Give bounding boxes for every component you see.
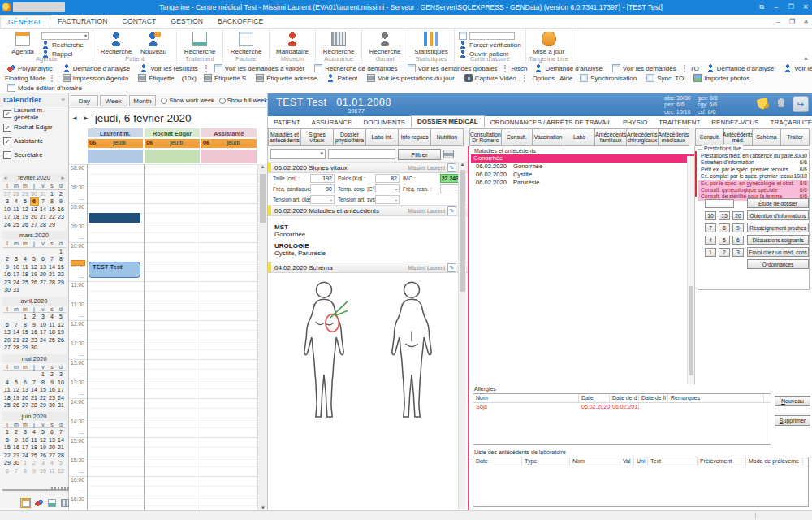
day-cell[interactable]: 21 <box>48 271 57 279</box>
toolbar-label-10x[interactable]: (10x) <box>180 75 198 82</box>
vital-value[interactable]: - <box>310 195 335 204</box>
close-button[interactable]: ✕ <box>799 2 812 13</box>
numpad-7-button[interactable]: 7 <box>705 223 716 232</box>
day-cell[interactable]: 29 <box>39 401 48 410</box>
day-cell[interactable]: 2 <box>12 428 21 436</box>
prev-month-icon[interactable]: ◄ <box>2 176 9 180</box>
delete-allergy-button[interactable]: Supprimer <box>775 415 810 426</box>
day-cell[interactable]: 28 <box>48 279 57 287</box>
numpad-1-button[interactable]: 1 <box>705 248 716 257</box>
day-cell[interactable]: 26 <box>30 279 39 287</box>
day-cell[interactable]: 12 <box>12 386 21 394</box>
calendar-edit-icon[interactable] <box>33 498 44 508</box>
day-cell[interactable]: 3 <box>12 255 21 263</box>
tab-physio[interactable]: PHYSIO <box>617 117 653 128</box>
filter-dropdown[interactable] <box>270 149 326 159</box>
day-cell[interactable]: 14 <box>39 206 48 214</box>
checkbox[interactable] <box>3 151 11 159</box>
day-cell[interactable]: 11 <box>12 206 21 214</box>
lab-col-7[interactable]: Mode de prélèveme <box>746 457 803 466</box>
day-cell[interactable]: 25 <box>21 279 30 287</box>
checkbox[interactable]: ✓ <box>3 137 11 145</box>
menu-item-facturation[interactable]: FACTURATION <box>50 15 115 28</box>
day-cell[interactable]: 2 <box>48 370 57 379</box>
subtab-consultation-dr-romero[interactable]: Consultation Dr Romero <box>469 128 502 146</box>
day-cell[interactable]: 29 <box>21 190 30 198</box>
day-cell[interactable]: 10 <box>21 436 30 444</box>
day-cell[interactable]: 26 <box>57 336 66 344</box>
lab-col-2[interactable]: Nom <box>570 457 620 466</box>
day-cell[interactable]: 24 <box>57 394 66 402</box>
day-cell[interactable]: 2 <box>30 313 39 321</box>
menu-item-gestion[interactable]: GESTION <box>163 15 210 28</box>
mdi-minimize-button[interactable]: – <box>772 16 784 27</box>
action-envoi-chez-un-méd-cons-button[interactable]: Envoi chez un méd. cons <box>747 247 809 257</box>
day-cell[interactable]: 4 <box>21 255 30 263</box>
voir-les-demandes-globales-button[interactable]: Voir les demandes globales <box>404 64 502 72</box>
day-cell[interactable]: 9 <box>30 321 39 329</box>
forcer-vérification-button[interactable]: Forcer vérification <box>459 41 521 49</box>
day-cell[interactable]: 13 <box>3 328 12 336</box>
day-cell[interactable]: 8 <box>57 255 66 263</box>
doctor-filter-rochat-edgar[interactable]: ✓Rochat Edgar <box>0 120 68 134</box>
voir-les-demandes-à-valider-button[interactable]: Voir les demandes à valider <box>210 64 309 72</box>
toolbar-label-risch[interactable]: Risch <box>509 65 529 72</box>
vital-value[interactable]: 90 <box>310 184 335 193</box>
subtab-signes-vitaux[interactable]: Signes vitaux <box>300 128 334 146</box>
note-view-icon[interactable] <box>46 498 57 508</box>
vital-value[interactable]: 192 <box>310 174 335 183</box>
day-cell[interactable]: 19 <box>21 213 30 221</box>
subtab-consult-[interactable]: Consult. <box>501 128 533 146</box>
day-cell[interactable]: 7 <box>12 467 21 475</box>
day-cell[interactable]: 8 <box>21 321 30 329</box>
exit-patient-button[interactable]: ↪ <box>793 96 809 112</box>
numpad-4-button[interactable]: 4 <box>705 236 716 245</box>
day-cell[interactable]: 8 <box>3 436 12 444</box>
day-cell[interactable]: 9 <box>48 379 57 387</box>
day-cell[interactable]: 9 <box>57 197 66 206</box>
prestation-item[interactable]: Ex. complet par le spéc. premier recours… <box>698 173 809 180</box>
day-cell[interactable]: 22 <box>48 213 57 221</box>
allergy-row[interactable]: Soja06.02.202006.02.2013 <box>473 403 771 411</box>
day-cell[interactable]: 9 <box>30 467 39 475</box>
day-cell[interactable]: 2 <box>30 459 39 467</box>
day-cell[interactable]: 29 <box>48 221 57 229</box>
recherche-button[interactable]: Recherche <box>227 31 265 55</box>
day-cell[interactable]: 31 <box>39 190 48 198</box>
day-cell[interactable]: 28 <box>39 221 48 229</box>
day-cell[interactable]: 30 <box>3 286 12 294</box>
day-cell[interactable]: 23 <box>48 394 57 402</box>
next-month-icon[interactable]: ► <box>60 176 67 180</box>
ribbon-collapse-icon[interactable]: ▲ <box>803 55 809 61</box>
condition-history-row[interactable]: 06.02.2020Parurésie <box>471 179 694 187</box>
lab-col-1[interactable]: Type <box>522 457 570 466</box>
dossier-scrollbar[interactable]: ▲ <box>458 162 466 509</box>
new-allergy-button[interactable]: Nouveau <box>775 396 810 406</box>
agenda-grid[interactable]: 08:0008:3009:0009:3010:0010:3011:0011:30… <box>69 164 257 510</box>
week-view-button[interactable]: Week <box>100 95 127 106</box>
sync-to-button[interactable]: Sync. TO <box>642 74 688 82</box>
action-ordonnances-button[interactable]: Ordonnances <box>747 259 809 269</box>
day-cell[interactable]: 3 <box>57 370 66 379</box>
day-cell[interactable]: 18 <box>30 444 39 452</box>
vital-value[interactable]: - <box>375 195 400 204</box>
vital-value[interactable]: 82 <box>375 174 400 183</box>
selected-condition-row[interactable]: Gonorrhée <box>471 154 694 162</box>
action-discussions-soignants-button[interactable]: Discussions soignants <box>747 235 809 245</box>
collapse-panel-icon[interactable]: « <box>62 96 65 103</box>
conditions-scrollbar[interactable] <box>687 156 694 384</box>
day-cell[interactable]: 21 <box>57 444 66 452</box>
day-cell[interactable]: 9 <box>3 263 12 271</box>
sticky-note-icon[interactable] <box>758 98 770 110</box>
numpad-8-button[interactable]: 8 <box>719 223 730 232</box>
day-cell[interactable]: 9 <box>12 436 21 444</box>
prestation-item[interactable]: Prestations méd. en l'absence du patient… <box>698 153 809 159</box>
insured-card-input[interactable] <box>469 32 515 40</box>
numpad-6-button[interactable]: 6 <box>732 236 744 245</box>
mode-édition-d-horaire-button[interactable]: Mode édition d'horaire <box>3 84 86 92</box>
appointment-test-test[interactable]: TEST Test <box>89 262 140 278</box>
day-cell[interactable]: 29 <box>3 459 12 467</box>
recherche-button[interactable]: Recherche <box>320 31 357 55</box>
lab-col-6[interactable]: Prélèvement <box>698 457 746 466</box>
subtab-maladies-et-antécédents[interactable]: Maladies et antécédents <box>268 128 301 146</box>
